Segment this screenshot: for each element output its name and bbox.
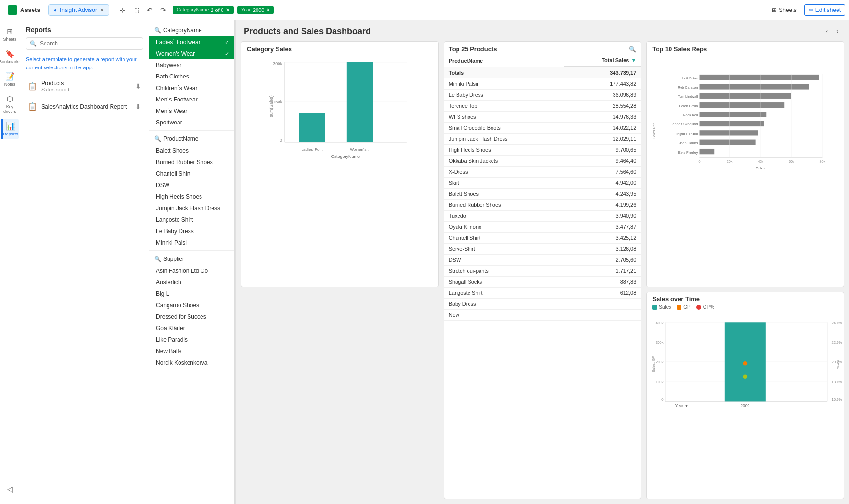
app-link[interactable]: app. <box>83 65 93 70</box>
table-row[interactable]: Le Baby Dress36.096,89 <box>444 90 641 101</box>
table-row[interactable]: New <box>444 310 641 321</box>
report-item-salesanalytics[interactable]: 📋 SalesAnalytics Dashboard Report ⬇ <box>22 97 147 116</box>
bar-helen-brolin[interactable] <box>700 102 785 108</box>
filter-item-mens-wear[interactable]: Men´s Wear <box>149 105 234 117</box>
sidebar-item-sheets[interactable]: ⊞ Sheets <box>1 24 19 45</box>
filter-item-ladies-footwear[interactable]: Ladies´ Footwear <box>149 36 234 48</box>
product-filter-section: 🔍 ProductName Balett Shoes Burned Rubber… <box>149 133 234 248</box>
category-filter-chip[interactable]: CategoryName 2 of 8 ✕ <box>173 6 234 14</box>
table-row[interactable]: Serve-Shirt3.126,08 <box>444 244 641 255</box>
sidebar-item-key-drivers[interactable]: ⬡ Key drivers <box>1 91 19 117</box>
top-products-title: Top 25 Products <box>449 45 497 53</box>
svg-text:60k: 60k <box>789 159 794 164</box>
sidebar-item-reports[interactable]: 📊 Reports <box>1 119 19 139</box>
filter-item-mens-footwear[interactable]: Men´s Footwear <box>149 94 234 105</box>
filter-item-nordik[interactable]: Nordik Koskenkorva <box>149 357 234 369</box>
bar-ingrid[interactable] <box>700 130 758 135</box>
filter-item-burned-rubber-shoes[interactable]: Burned Rubber Shoes <box>149 157 234 168</box>
bar-leif-shine[interactable] <box>700 75 819 80</box>
tool-lasso[interactable]: ⬚ <box>130 4 142 16</box>
filter-item-jumpin-jack[interactable]: Jumpin Jack Flash Dress <box>149 202 234 214</box>
filter-item-le-baby-dress[interactable]: Le Baby Dress <box>149 225 234 237</box>
insight-advisor-close[interactable]: ✕ <box>100 7 104 12</box>
table-row[interactable]: Okkaba Skin Jackets9.464,40 <box>444 156 641 167</box>
nav-prev[interactable]: ‹ <box>823 25 831 37</box>
products-table[interactable]: ProductName Total Sales ▼ Totals 343.739… <box>444 55 641 499</box>
table-row[interactable]: Terence Top28.554,28 <box>444 101 641 112</box>
bar-rock-roll[interactable] <box>700 112 767 117</box>
filter-item-asin[interactable]: Asin Fashion Ltd Co <box>149 265 234 277</box>
table-row[interactable]: High Heels Shoes9.700,65 <box>444 145 641 156</box>
nav-next[interactable]: › <box>833 25 841 37</box>
search-icon-supplier: 🔍 <box>154 256 161 262</box>
table-row[interactable]: Burned Rubber Shoes4.199,26 <box>444 200 641 211</box>
filter-item-like-paradis[interactable]: Like Paradis <box>149 334 234 346</box>
report-item-products[interactable]: 📋 Products Sales report ⬇ <box>22 75 147 97</box>
filter-item-new-balls[interactable]: New Balls <box>149 346 234 357</box>
supplier-filter-header[interactable]: 🔍 Supplier <box>149 253 234 265</box>
edit-sheet-button[interactable]: ✏ Edit sheet <box>804 4 845 16</box>
table-row[interactable]: Shagall Socks887,83 <box>444 277 641 288</box>
sidebar-item-notes[interactable]: 📝 Notes <box>1 69 19 90</box>
table-row[interactable]: Oyaki Kimono3.477,87 <box>444 222 641 233</box>
category-filter-header[interactable]: 🔍 CategoryName <box>149 24 234 36</box>
table-row[interactable]: Jumpin Jack Flash Dress12.029,11 <box>444 134 641 145</box>
assets-button[interactable]: Assets <box>4 5 45 15</box>
bar-lennart[interactable] <box>700 121 764 126</box>
tool-undo[interactable]: ↶ <box>144 4 156 16</box>
table-row[interactable]: Small Crocodile Boots14.022,12 <box>444 123 641 134</box>
filter-item-babywear[interactable]: Babywear <box>149 59 234 71</box>
bar-elvis[interactable] <box>700 149 715 154</box>
sheets-button[interactable]: ⊞ Sheets <box>768 5 800 15</box>
sheets-label: Sheets <box>779 7 796 13</box>
filter-item-bath-clothes[interactable]: Bath Clothes <box>149 71 234 82</box>
filter-item-dsw[interactable]: DSW <box>149 179 234 191</box>
bar-tom-lindwall[interactable] <box>700 93 791 99</box>
filter-item-womens-wear[interactable]: Women's Wear <box>149 48 234 59</box>
table-row[interactable]: Skirt4.942,00 <box>444 178 641 189</box>
report-type: Sales report <box>41 87 132 92</box>
table-row[interactable]: Stretch oui-pants1.717,21 <box>444 266 641 277</box>
table-row[interactable]: Minnki Pälsii177.443,82 <box>444 78 641 90</box>
year-filter-chip[interactable]: Year 2000 ✕ <box>237 6 274 14</box>
download-icon-salesanalytics[interactable]: ⬇ <box>135 103 141 111</box>
product-filter-header[interactable]: 🔍 ProductName <box>149 133 234 145</box>
tool-redo[interactable]: ↷ <box>157 4 169 16</box>
bar-ladies-footwear[interactable] <box>299 113 325 142</box>
search-input[interactable] <box>26 37 143 50</box>
table-row[interactable]: X-Dress7.564,60 <box>444 167 641 178</box>
col-totalsales[interactable]: Total Sales ▼ <box>564 55 641 67</box>
table-row[interactable]: WFS shoes14.976,33 <box>444 112 641 123</box>
filter-item-minnki[interactable]: Minnki Pälsi <box>149 237 234 248</box>
table-row[interactable]: Baby Dress <box>444 299 641 310</box>
filter-item-chantell-shirt[interactable]: Chantell Shirt <box>149 168 234 179</box>
products-search-icon[interactable]: 🔍 <box>629 46 636 53</box>
filter-item-sportwear[interactable]: Sportwear <box>149 117 234 128</box>
bar-rob-carsson[interactable] <box>700 84 809 89</box>
topbar-right: ⊞ Sheets ✏ Edit sheet <box>768 4 845 16</box>
table-row[interactable]: Tuxedo3.940,90 <box>444 211 641 222</box>
filter-item-langoste-shirt[interactable]: Langoste Shirt <box>149 214 234 225</box>
filter-item-high-heels-shoes[interactable]: High Heels Shoes <box>149 191 234 202</box>
download-icon-products[interactable]: ⬇ <box>135 82 141 90</box>
filter-item-balett-shoes[interactable]: Balett Shoes <box>149 145 234 157</box>
sidebar-item-bookmarks[interactable]: 🔖 Bookmarks <box>1 46 19 67</box>
table-row[interactable]: DSW2.705,60 <box>444 255 641 266</box>
filter-item-childrens-wear[interactable]: Children´s Wear <box>149 82 234 94</box>
filter-item-big-l[interactable]: Big L <box>149 288 234 300</box>
table-row[interactable]: Langoste Shirt612,08 <box>444 288 641 299</box>
filter-item-austerlich[interactable]: Austerlich <box>149 277 234 288</box>
table-row[interactable]: Balett Shoes4.243,95 <box>444 189 641 200</box>
table-row[interactable]: Chantell Shirt3.425,12 <box>444 233 641 244</box>
filter-item-dressed-for-succes[interactable]: Dressed for Succes <box>149 311 234 323</box>
filter-item-cangaroo[interactable]: Cangaroo Shoes <box>149 300 234 311</box>
year-filter-close[interactable]: ✕ <box>266 7 270 12</box>
bar-joan[interactable] <box>700 140 756 145</box>
category-filter-close[interactable]: ✕ <box>226 7 230 12</box>
insight-advisor-tab[interactable]: ● Insight Advisor ✕ <box>48 4 109 16</box>
bar-womens-wear[interactable] <box>347 62 373 142</box>
tool-select[interactable]: ⊹ <box>117 4 128 16</box>
sidebar-item-collapse[interactable]: ◁ <box>1 482 19 496</box>
filter-item-goa-klader[interactable]: Goa Kläder <box>149 323 234 334</box>
svg-text:2000: 2000 <box>741 403 750 408</box>
